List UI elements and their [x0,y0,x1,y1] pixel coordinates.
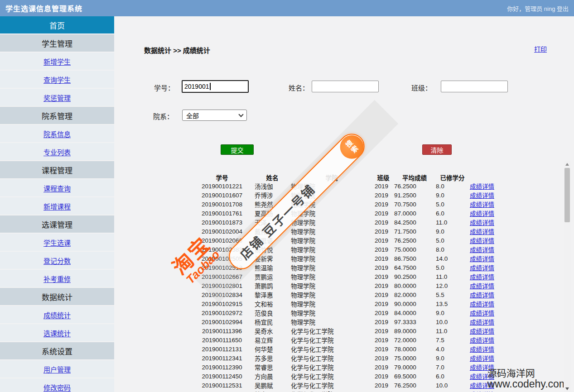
score-detail-link[interactable]: 成绩详情 [470,328,494,335]
cell-id: 201900102834 [190,292,254,298]
cell-credits: 9.0 [435,355,470,362]
cell-credits: 10.0 [435,382,470,389]
cell-college: 化学与化工学院 [291,344,372,354]
sidebar-item-register-score[interactable]: 登记分数 [0,252,114,269]
cell-id: 201900102383 [190,246,254,253]
cell-class: 2019 [372,228,394,235]
sidebar-item-data-stats: 数据统计 [0,288,114,305]
score-detail-link[interactable]: 成绩详情 [470,292,494,299]
score-detail-link[interactable]: 成绩详情 [470,247,494,253]
sidebar-item-student-select[interactable]: 学生选课 [0,234,114,251]
score-detail-link[interactable]: 成绩详情 [470,201,494,208]
cell-name: 杨竹悦 [254,245,291,254]
cell-id: 201900102505 [190,255,254,262]
department-label: 院系： [153,111,174,121]
sidebar-item-makeup-retake[interactable]: 补考重修 [0,270,114,287]
cell-id: 201900101708 [190,201,254,208]
score-detail-link[interactable]: 成绩详情 [470,192,494,199]
score-detail-link[interactable]: 成绩详情 [470,355,494,362]
cell-credits: 14.0 [435,255,470,262]
submit-button[interactable]: 提交 [221,144,254,155]
table-row: 201900101873天泽物理学院201984.250011.0成绩详情 [190,218,512,227]
cell-avg: 72.0000 [394,337,435,344]
scrollbar-down-arrow-icon[interactable] [565,387,569,390]
cell-name: 储文晒 [254,390,291,392]
score-detail-link[interactable]: 成绩详情 [470,283,494,290]
table-row: 201900102994杨宜民物理学院201997.333310.0成绩详情 [190,317,512,326]
cell-avg: 64.7500 [394,264,435,271]
score-detail-link[interactable]: 成绩详情 [470,210,494,217]
sidebar-item-selection-stats[interactable]: 选课统计 [0,324,114,341]
score-detail-link[interactable]: 成绩详情 [470,238,494,244]
cell-credits: 9.0 [435,192,470,199]
table-row: 201900111650易立辉化学与化工学院201972.00007.5成绩详情 [190,335,512,344]
cell-class: 2019 [372,246,394,253]
table-row: 201900111396吴奇水化学与化工学院201989.000011.0成绩详… [190,326,512,335]
cell-college: 化学与化工学院 [291,335,372,344]
sidebar-item-score-stats[interactable]: 成绩统计 [0,306,114,323]
score-detail-link[interactable]: 成绩详情 [470,256,494,263]
user-greeting-logout[interactable]: 你好，管理员 ning 登出 [507,4,569,13]
cell-name: 何华楚 [254,344,291,354]
cell-college: 化学与化工学院 [291,363,372,372]
student-id-value: 2019001 [184,83,209,90]
cell-college: 物理学院 [291,317,372,326]
sidebar-item-add-student[interactable]: 新增学生 [0,53,114,70]
score-detail-link[interactable]: 成绩详情 [470,183,494,190]
cell-credits: 9.0 [435,310,470,316]
score-detail-link[interactable]: 成绩详情 [470,274,494,281]
score-detail-link[interactable]: 成绩详情 [470,310,494,317]
cell-avg: 84.0000 [394,310,435,316]
sidebar-item-home[interactable]: 首页 [0,16,114,33]
cell-class: 2019 [372,346,394,353]
print-link[interactable]: 打印 [534,44,547,53]
score-detail-link[interactable]: 成绩详情 [470,319,494,326]
sidebar-item-course-query[interactable]: 课程查询 [0,179,114,196]
table-row: 201900112450方向晨化学与化工学院201969.50006.0成绩详情 [190,372,512,381]
clear-button[interactable]: 清除 [422,144,452,155]
score-detail-link[interactable]: 成绩详情 [470,220,494,226]
name-input[interactable] [312,81,379,92]
sidebar-item-dept-info[interactable]: 院系信息 [0,125,114,142]
scrollbar[interactable] [564,161,571,392]
score-detail-link[interactable]: 成绩详情 [470,337,494,344]
table-row: 201900102383杨竹悦物理学院201975.00008.0成绩详情 [190,245,512,254]
cell-id: 201900111396 [190,328,254,335]
cell-avg: 80.0000 [394,282,435,289]
sidebar-item-add-course[interactable]: 新增课程 [0,197,114,215]
cell-name: 易立辉 [254,335,291,344]
cell-credits: 5.0 [435,237,470,244]
student-id-input[interactable]: 2019001 [182,80,249,93]
table-row: 201900112644储文晒化学与化工学院201977.00006.0成绩详情 [190,390,512,392]
table-header-row: 学号姓名学院班级平均成绩已修学分 [190,173,512,182]
cell-name: 天泽 [254,218,291,227]
cell-credits: 8.0 [435,246,470,253]
cell-id: 201900112450 [190,373,254,380]
cell-id: 201900102667 [190,273,254,280]
cell-class: 2019 [372,301,394,307]
scrollbar-thumb[interactable] [564,168,570,222]
sidebar-item-reward-mgmt[interactable]: 奖惩管理 [0,89,114,106]
score-detail-link[interactable]: 成绩详情 [470,265,494,272]
column-header: 学号 [190,173,254,182]
cell-college: 物理学院 [291,209,372,218]
scrollbar-up-arrow-icon[interactable] [565,163,569,166]
score-detail-link[interactable]: 成绩详情 [470,301,494,308]
table-row: 201900102667贾鹏运物理学院201990.250011.0成绩详情 [190,272,512,281]
sidebar-item-change-password[interactable]: 修改密码 [0,378,114,392]
cell-avg: 76.2500 [394,382,435,389]
table-row: 201900112531吴鹏赋化学与化工学院201976.250010.0成绩详… [190,381,512,390]
sidebar-item-query-student[interactable]: 查询学生 [0,71,114,88]
table-row: 201900101221汤浅伽物理学院201976.25008.0成绩详情 [190,182,512,191]
department-select[interactable]: 全部 [182,110,247,121]
score-detail-link[interactable]: 成绩详情 [470,229,494,235]
cell-college: 物理学院 [291,281,372,290]
sidebar-item-major-list[interactable]: 专业列表 [0,143,114,160]
score-detail-link[interactable]: 成绩详情 [470,346,494,353]
sidebar-item-user-mgmt[interactable]: 用户管理 [0,360,114,378]
cell-credits: 8.0 [435,183,470,190]
cell-credits: 11.0 [435,219,470,226]
class-input[interactable] [441,81,508,92]
cell-college: 化学与化工学院 [291,381,372,390]
cell-name: 吴鹏赋 [254,381,291,390]
